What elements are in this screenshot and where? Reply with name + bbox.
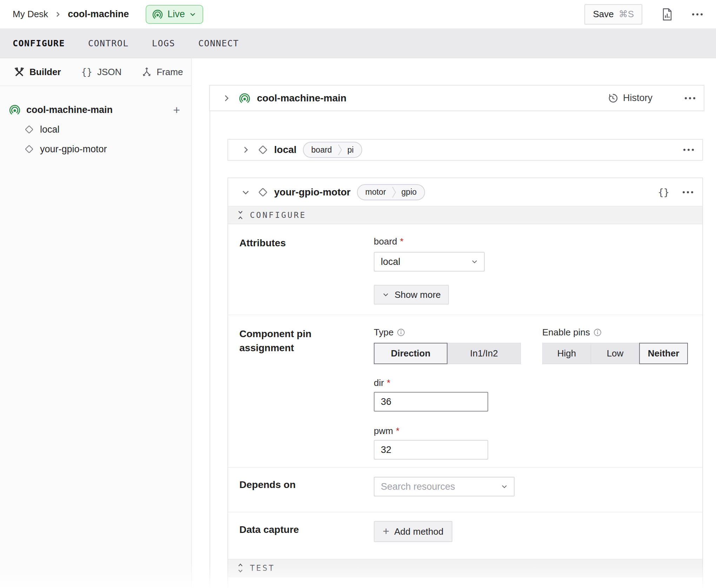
ellipsis-icon: [683, 149, 694, 151]
resource-type-badge: motor gpio: [357, 184, 425, 200]
diamond-icon: [257, 187, 268, 198]
info-icon[interactable]: [397, 328, 405, 336]
attributes-section-label: Attributes: [228, 224, 374, 315]
enable-option-neither[interactable]: Neither: [639, 343, 688, 364]
tree-machine-label: cool-machine-main: [26, 105, 167, 115]
data-capture-row: Data capture + Add method: [228, 512, 702, 559]
ellipsis-icon: [692, 13, 703, 15]
history-button[interactable]: History: [608, 93, 652, 103]
view-json[interactable]: {} JSON: [81, 67, 122, 78]
enable-option-low[interactable]: Low: [591, 343, 639, 364]
gpio-motor-card: your-gpio-motor motor gpio {} CONF: [227, 178, 703, 588]
view-frame-label: Frame: [157, 67, 183, 78]
machine-report-button[interactable]: [662, 8, 672, 21]
configure-main-panel: cool-machine-main History local board: [192, 58, 716, 588]
add-method-label: Add method: [394, 526, 443, 537]
view-frame[interactable]: Frame: [142, 67, 183, 78]
machine-card-title: cool-machine-main: [257, 93, 346, 104]
machine-card-menu-button[interactable]: [669, 97, 695, 99]
expand-local-card-button[interactable]: [241, 145, 250, 154]
required-asterisk: *: [396, 426, 399, 436]
topbar-overflow-menu-button[interactable]: [692, 13, 703, 15]
configure-sidebar: Builder {} JSON Frame: [0, 58, 192, 588]
tab-control[interactable]: CONTROL: [88, 38, 129, 48]
machine-status-badge[interactable]: Live: [146, 5, 203, 24]
tree-connector-line: [210, 111, 210, 588]
type-option-in1in2[interactable]: In1/In2: [447, 343, 521, 364]
badge-model: pi: [343, 145, 362, 155]
type-option-direction[interactable]: Direction: [374, 343, 447, 364]
collapse-motor-card-button[interactable]: [241, 188, 250, 197]
pin-assignment-row: Component pin assignment Type: [228, 315, 702, 468]
tab-logs[interactable]: LOGS: [152, 38, 175, 48]
document-chart-icon: [662, 8, 672, 21]
view-builder-label: Builder: [29, 67, 61, 78]
required-asterisk: *: [387, 377, 390, 388]
tree-item-label: local: [40, 124, 60, 135]
motor-card-title: your-gpio-motor: [274, 187, 351, 198]
ellipsis-icon: [685, 97, 695, 99]
show-more-button[interactable]: Show more: [374, 285, 449, 305]
plus-icon: +: [383, 526, 390, 537]
add-method-button[interactable]: + Add method: [374, 521, 452, 542]
attributes-row: Attributes board * local Show more: [228, 224, 702, 315]
enable-option-high[interactable]: High: [542, 343, 591, 364]
board-select[interactable]: local: [374, 252, 485, 272]
pin-assignment-section-label: Component pin assignment: [228, 315, 374, 467]
breadcrumb: My Desk cool-machine: [13, 9, 129, 20]
required-asterisk: *: [400, 236, 404, 247]
broadcast-icon: [239, 92, 251, 104]
edit-json-icon[interactable]: {}: [658, 187, 669, 198]
depends-on-placeholder: Search resources: [381, 481, 500, 492]
pwm-pin-input[interactable]: [374, 440, 488, 460]
show-more-label: Show more: [395, 289, 441, 300]
collapse-section-icon: [237, 210, 244, 220]
view-json-label: JSON: [97, 67, 121, 78]
board-field-label: board *: [374, 236, 702, 247]
breadcrumb-root[interactable]: My Desk: [13, 9, 48, 20]
diamond-icon: [24, 124, 34, 135]
diamond-icon: [24, 144, 34, 154]
motor-card-header: your-gpio-motor motor gpio {}: [228, 178, 702, 206]
configure-section-header[interactable]: CONFIGURE: [228, 206, 702, 224]
tree-item-label: your-gpio-motor: [40, 144, 107, 155]
braces-icon: {}: [81, 67, 92, 77]
info-icon[interactable]: [594, 328, 602, 336]
local-card-menu-button[interactable]: [683, 149, 694, 151]
tab-connect[interactable]: CONNECT: [198, 38, 239, 48]
board-select-value: local: [381, 256, 471, 267]
machine-card: cool-machine-main History: [209, 85, 704, 111]
depends-on-select[interactable]: Search resources: [374, 477, 515, 496]
chevron-down-icon: [189, 11, 196, 18]
pwm-field-label: pwm *: [374, 426, 702, 436]
depends-on-section-label: Depends on: [228, 468, 374, 512]
test-section-header[interactable]: TEST: [228, 559, 702, 577]
tab-configure[interactable]: CONFIGURE: [13, 38, 65, 48]
enable-pins-toggle-group: Enable pins High Low: [542, 327, 688, 364]
save-shortcut: ⌘S: [619, 9, 634, 20]
test-band-label: TEST: [250, 563, 275, 573]
dir-pin-input[interactable]: [374, 392, 488, 412]
status-label: Live: [167, 9, 185, 20]
configure-band-label: CONFIGURE: [250, 211, 306, 220]
badge-subtype: board: [304, 145, 338, 155]
tree-item-your-gpio-motor[interactable]: your-gpio-motor: [0, 139, 191, 159]
broadcast-icon: [152, 9, 163, 20]
resource-tree: cool-machine-main + local your-gpio-moto…: [0, 86, 191, 159]
tree-item-machine[interactable]: cool-machine-main +: [0, 100, 191, 120]
view-builder[interactable]: Builder: [14, 67, 61, 78]
save-button[interactable]: Save ⌘S: [584, 4, 642, 25]
save-label: Save: [593, 9, 614, 20]
local-board-card: local board pi: [227, 139, 703, 161]
chevron-down-icon: [500, 483, 508, 490]
history-label: History: [623, 93, 652, 103]
enable-pins-label: Enable pins: [542, 327, 688, 338]
diamond-icon: [257, 144, 268, 155]
tree-item-local[interactable]: local: [0, 120, 191, 139]
ellipsis-icon: [683, 191, 693, 193]
add-resource-button[interactable]: +: [173, 104, 180, 116]
expand-machine-card-button[interactable]: [222, 94, 231, 103]
broadcast-icon: [9, 104, 21, 116]
motor-card-menu-button[interactable]: [683, 191, 693, 193]
machine-tabs: CONFIGURE CONTROL LOGS CONNECT: [0, 28, 716, 58]
